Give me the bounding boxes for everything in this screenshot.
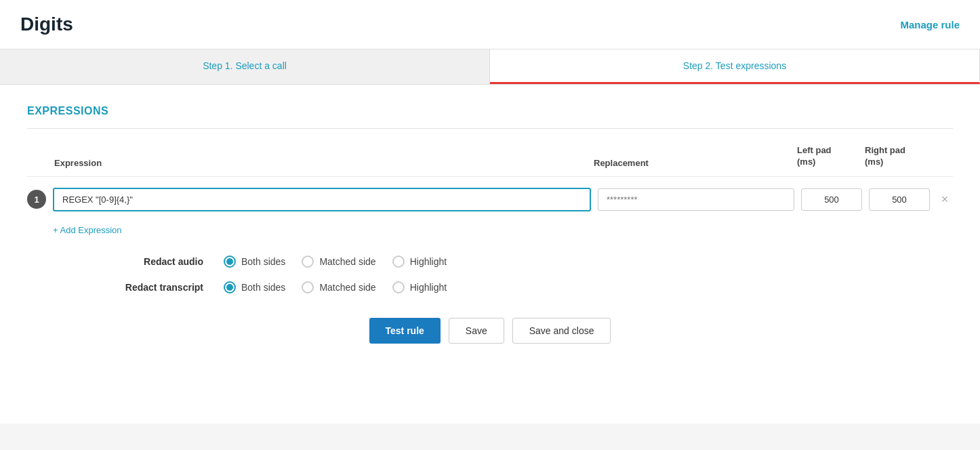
add-expression-link[interactable]: + Add Expression <box>53 225 122 235</box>
redact-audio-label: Redact audio <box>81 256 203 267</box>
redact-transcript-label: Redact transcript <box>81 282 203 293</box>
col-header-rightpad: Right pad(ms) <box>865 145 933 168</box>
action-buttons: Test rule Save Save and close <box>27 318 953 344</box>
redact-transcript-matched[interactable]: Matched side <box>302 281 375 293</box>
expression-row: 1 × <box>27 188 953 211</box>
radio-transcript-both-circle <box>224 281 236 293</box>
redact-audio-matched[interactable]: Matched side <box>302 255 375 268</box>
redact-audio-highlight[interactable]: Highlight <box>392 255 447 268</box>
radio-transcript-highlight-circle <box>392 281 405 293</box>
redact-transcript-row: Redact transcript Both sides Matched sid… <box>81 281 447 293</box>
manage-rule-link[interactable]: Manage rule <box>900 19 960 30</box>
expressions-section-title: EXPRESSIONS <box>27 105 953 117</box>
left-pad-input[interactable] <box>801 188 862 211</box>
test-rule-button[interactable]: Test rule <box>369 318 441 344</box>
delete-row-button[interactable]: × <box>937 191 953 207</box>
redact-transcript-options: Both sides Matched side Highlight <box>224 281 447 293</box>
save-and-close-button[interactable]: Save and close <box>512 318 611 344</box>
row-number-1: 1 <box>27 190 46 209</box>
radio-transcript-matched-circle <box>302 281 314 293</box>
tab-step2[interactable]: Step 2. Test expressions <box>490 49 980 84</box>
col-header-leftpad: Left pad(ms) <box>797 145 865 168</box>
radio-audio-both-circle <box>224 255 236 268</box>
redact-audio-options: Both sides Matched side Highlight <box>224 255 447 268</box>
redact-transcript-both[interactable]: Both sides <box>224 281 285 293</box>
tab-bar: Step 1. Select a call Step 2. Test expre… <box>0 49 980 85</box>
page-title: Digits <box>20 14 73 35</box>
col-header-expression: Expression <box>27 158 594 168</box>
table-header: Expression Replacement Left pad(ms) Righ… <box>27 145 953 177</box>
tab-step1[interactable]: Step 1. Select a call <box>0 49 490 84</box>
replacement-input[interactable] <box>598 188 794 211</box>
col-header-replacement: Replacement <box>594 158 797 168</box>
radio-audio-highlight-circle <box>392 255 405 268</box>
header: Digits Manage rule <box>0 0 980 49</box>
redact-audio-row: Redact audio Both sides Matched side Hig… <box>81 255 447 268</box>
right-pad-input[interactable] <box>869 188 930 211</box>
main-content: EXPRESSIONS Expression Replacement Left … <box>0 85 980 424</box>
save-button[interactable]: Save <box>449 318 504 344</box>
redact-audio-both[interactable]: Both sides <box>224 255 285 268</box>
radio-section: Redact audio Both sides Matched side Hig… <box>27 255 953 293</box>
radio-audio-matched-circle <box>302 255 314 268</box>
section-divider <box>27 128 953 129</box>
redact-transcript-highlight[interactable]: Highlight <box>392 281 447 293</box>
expression-input[interactable] <box>53 188 591 211</box>
